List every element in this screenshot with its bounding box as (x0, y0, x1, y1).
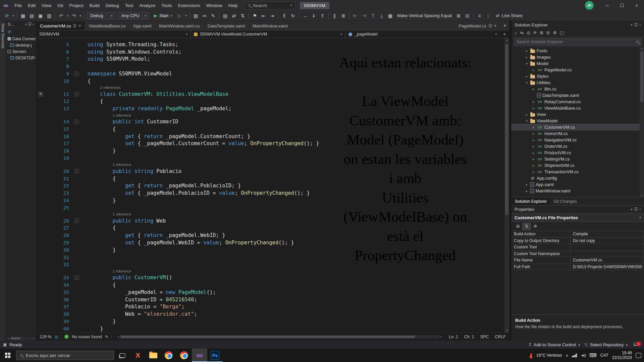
chevron-collapsed-icon[interactable]: ▸ (532, 164, 535, 167)
tree-item-mainwindow.xaml[interactable]: ▸MainWindow.xaml (512, 188, 644, 194)
menu-extensions[interactable]: Extensions (175, 0, 203, 11)
redo-dropdown-icon[interactable]: ▾ (78, 14, 82, 17)
xampp-button[interactable]: X (130, 349, 146, 362)
chevron-collapsed-icon[interactable]: ▸ (532, 132, 535, 135)
editor-hscrollbar[interactable]: ◂ ▸ (117, 335, 442, 339)
chevron-collapsed-icon[interactable]: ▸ (525, 49, 529, 53)
property-value-build-action[interactable]: Compile (571, 231, 644, 238)
align-tops-icon[interactable]: ⊤ (369, 13, 377, 18)
weather-label[interactable]: 16°C Ventoso (536, 353, 562, 358)
tree-item-styles[interactable]: ▸Styles (512, 73, 644, 79)
property-pages-icon[interactable]: ⚙ (532, 223, 539, 229)
tab-DataTemplate.xaml[interactable]: DataTemplate.xaml (204, 21, 249, 30)
sort-usings-icon[interactable]: ⇅ (238, 13, 247, 18)
tree-item-shipmentvm.cs[interactable]: ▸C#ShipmentVM.cs (512, 162, 644, 169)
window-position-icon[interactable]: ▾ (631, 208, 632, 211)
scroll-up-icon[interactable]: ▲ (640, 47, 644, 50)
chevron-collapsed-icon[interactable]: ▸ (525, 189, 529, 193)
member-dropdown[interactable]: _pageModel ▾ (345, 31, 500, 38)
quick-actions-icon[interactable]: ✎ (209, 13, 217, 18)
server-explorer-item-data connect[interactable]: Data Connect (6, 36, 36, 42)
menu-git[interactable]: Git (54, 0, 66, 11)
code-editor[interactable]: 5using System.Threading.Tasks;6using Sys… (36, 38, 509, 333)
volume-icon[interactable]: ◄)) (581, 353, 586, 357)
open-file-icon[interactable]: ▤ (28, 13, 36, 18)
column-indicator[interactable]: Ch: 1 (464, 335, 474, 339)
tree-item-view[interactable]: ▸View (512, 111, 644, 118)
action-center-icon[interactable] (636, 353, 641, 358)
break-all-icon[interactable]: ‖ (280, 13, 288, 18)
sync-with-active-document-icon[interactable]: ◎ (527, 30, 530, 35)
select-repository-button[interactable]: ⌥ Select Repository ▲ (583, 342, 628, 347)
bookmark-icon[interactable]: ⚑ (251, 13, 259, 18)
issues-label[interactable]: No issues found (72, 335, 102, 339)
tool-tab-solution-explorer[interactable]: Solution Explorer (512, 197, 550, 205)
language-indicator[interactable]: CAT (600, 353, 608, 358)
tree-item-navigationvm.cs[interactable]: ▸C#NavigationVM.cs (512, 137, 644, 143)
vscroll-thumb[interactable] (640, 52, 643, 102)
property-value-full-path[interactable]: D:\M13 Projecte DAM\S50MVVM\S50 (571, 264, 644, 270)
solution-explorer-search[interactable]: Search Solution Explorer (514, 38, 642, 46)
chevron-collapsed-icon[interactable]: ▸ (532, 87, 535, 91)
close-tab-icon[interactable]: × (494, 23, 496, 28)
search-box[interactable]: Search ▾ (245, 2, 295, 9)
tab-ViewModelBase.cs[interactable]: ViewModelBase.cs (85, 21, 129, 30)
tab-MainWindow.xaml.cs[interactable]: MainWindow.xaml.cs (155, 21, 204, 30)
scroll-right-icon[interactable]: ▸ (440, 335, 442, 338)
menu-test[interactable]: Test (122, 0, 136, 11)
tree-item-homevm.cs[interactable]: ▸C#HomeVM.cs (512, 130, 644, 137)
tab-MainWindow.xaml[interactable]: MainWindow.xaml (249, 21, 292, 30)
scroll-down-icon[interactable]: ▼ (504, 329, 509, 332)
menu-tools[interactable]: Tools (158, 0, 175, 11)
codelens-references[interactable]: 1 reference (36, 268, 504, 274)
find-in-files-icon[interactable]: ▤ (221, 13, 229, 18)
tree-item-images[interactable]: ▸Images (512, 54, 644, 60)
tree-item-fonts[interactable]: ▸Fonts (512, 48, 644, 54)
close-panel-icon[interactable]: × (639, 208, 641, 211)
server-explorer-item-servers[interactable]: Servers (6, 48, 36, 55)
server-explorer-item-desktop-[interactable]: DESKTOP- (6, 55, 36, 61)
home-icon[interactable]: ⌂ (515, 31, 517, 35)
project-dropdown[interactable]: S50MVVM ▾ (36, 31, 191, 38)
chrome-button[interactable] (161, 349, 176, 362)
maximize-button[interactable]: ☐ (614, 0, 629, 11)
tree-vscrollbar[interactable]: ▲ ▼ (640, 47, 644, 197)
window-position-icon[interactable]: ▾ (631, 23, 632, 26)
property-value-custom-tool-namespace[interactable] (571, 251, 644, 257)
increase-spacing-icon[interactable]: ⊞ (454, 13, 463, 18)
zoom-sync-icon[interactable]: ◎ (54, 335, 58, 339)
overflow-icon[interactable]: ⋮ (484, 13, 492, 18)
pin-icon[interactable] (635, 207, 637, 211)
chevron-expanded-icon[interactable]: ▾ (525, 81, 529, 84)
tree-item-btn.cs[interactable]: ▸C#Btn.cs (512, 86, 644, 92)
align-bottoms-icon[interactable]: ⊥ (377, 13, 386, 18)
chevron-collapsed-icon[interactable]: ▸ (532, 68, 535, 72)
live-unit-testing-icon[interactable]: ▧ (192, 13, 200, 18)
tree-item-viewmodelbase.cs[interactable]: ▸C#ViewModelBase.cs (512, 105, 644, 111)
stack-icon[interactable]: ≣ (339, 13, 347, 18)
menu-analyze[interactable]: Analyze (136, 0, 158, 11)
live-share-button[interactable]: ⇄Live Share (493, 13, 526, 18)
decrease-spacing-icon[interactable]: ⊟ (463, 13, 472, 18)
step-into-icon[interactable]: ⇓ (310, 13, 318, 18)
redo-icon[interactable]: ↷ (70, 13, 78, 18)
next-bookmark-icon[interactable]: ⇥ (268, 13, 276, 18)
scroll-down-icon[interactable]: ▼ (640, 194, 644, 197)
inheritance-margin-icon[interactable]: ⇅ (38, 92, 43, 97)
close-button[interactable]: × (629, 0, 644, 11)
type-dropdown[interactable]: S50MVVM.ViewModel.CustomerVM ▾ (191, 31, 345, 38)
chevron-collapsed-icon[interactable]: ▸ (532, 170, 535, 174)
chevron-collapsed-icon[interactable]: ▸ (532, 158, 535, 161)
close-panel-icon[interactable]: × (33, 23, 34, 26)
chevron-expanded-icon[interactable]: ▾ (525, 62, 529, 65)
menu-debug[interactable]: Debug (103, 0, 122, 11)
make-vertical-spacing-equal-button[interactable]: Make Vertical Spacing Equal (395, 13, 454, 18)
window-position-icon[interactable]: ▾ (25, 23, 27, 26)
space-indicator[interactable]: SPC (480, 335, 489, 339)
menu-window[interactable]: Window (203, 0, 225, 11)
start-debugging-button[interactable]: ▶Start▾ (151, 13, 175, 18)
scroll-right-icon[interactable]: ▸ (32, 337, 36, 340)
tree-item-app.xaml[interactable]: ▸App.xaml (512, 181, 644, 188)
vscroll-thumb[interactable] (505, 44, 508, 215)
editor-vscrollbar[interactable]: ▲ ▼ (504, 38, 509, 333)
